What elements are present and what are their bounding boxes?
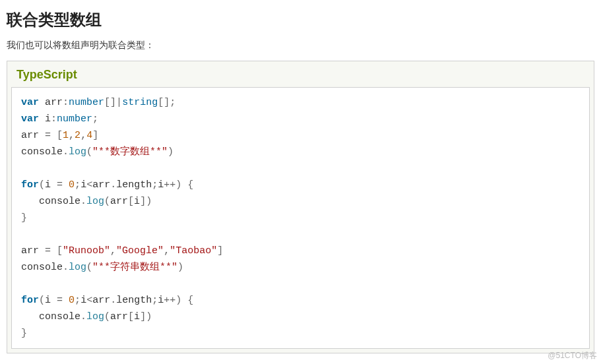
punct-comma: , [80,130,86,141]
op-equals: = [57,295,63,306]
identifier: arr [92,179,110,191]
identifier: i [134,311,140,322]
identifier: console [39,196,80,207]
type-number: number [57,113,92,125]
punct-comma: , [164,245,170,257]
punct-rbrace: } [21,212,27,224]
punct-lparen: ( [86,262,92,273]
identifier: length [116,295,152,306]
punct-comma: , [110,245,116,257]
punct-semicolon: ; [75,295,80,306]
identifier: arr [45,97,63,108]
number-literal: 0 [69,295,75,306]
identifier: i [134,196,140,207]
punct-dot: . [80,196,86,207]
punct-semicolon: ; [152,179,158,191]
string-literal: "Runoob" [63,245,110,257]
identifier: i [45,179,51,191]
punct-dot: . [110,295,116,306]
punct-dot: . [110,179,116,191]
punct-rparen: ) [175,179,181,191]
identifier: i [158,295,164,306]
punct-lbrace: { [187,179,193,191]
section-heading: 联合类型数组 [7,9,594,30]
identifier: arr [21,130,39,141]
op-lt: < [86,179,92,191]
punct-lparen: ( [104,196,110,207]
string-literal: "**数字数组**" [92,146,168,158]
punct-semicolon: ; [170,97,175,108]
code-block: var arr:number[]|string[]; var i:number;… [11,87,590,349]
punct-rparen: ) [175,295,181,306]
number-literal: 0 [69,179,75,191]
punct-colon: : [63,97,69,108]
identifier: console [21,262,63,273]
method-log: log [86,311,104,322]
punct-rparen: ) [168,146,174,158]
punct-rparen: ) [146,196,152,207]
punct-semicolon: ; [152,295,158,306]
string-literal: "**字符串数组**" [92,262,177,273]
punct-rparen: ) [146,311,152,322]
identifier: i [80,295,86,306]
section-description: 我们也可以将数组声明为联合类型： [7,40,594,51]
op-equals: = [45,130,51,141]
code-language-label: TypeScript [11,65,590,87]
punct-dot: . [63,146,69,158]
punct-rparen: ) [177,262,183,273]
punct-rbracket: ] [110,97,116,108]
string-literal: "Taobao" [170,245,217,257]
number-literal: 1 [63,130,69,141]
punct-lbracket: [ [57,245,63,257]
keyword-var: var [21,97,39,108]
punct-lparen: ( [104,311,110,322]
punct-lbracket: [ [158,97,164,108]
punct-semicolon: ; [75,179,80,191]
punct-lparen: ( [39,295,45,306]
op-equals: = [45,245,51,257]
punct-lbrace: { [187,295,193,306]
punct-rbracket: ] [140,311,146,322]
punct-rbracket: ] [164,97,170,108]
type-number: number [69,97,104,108]
identifier: length [116,179,152,191]
punct-rbracket: ] [92,130,98,141]
op-inc: ++ [164,179,175,191]
identifier: console [39,311,80,322]
punct-rbrace: } [21,328,27,339]
punct-lbracket: [ [128,196,134,207]
punct-dot: . [80,311,86,322]
number-literal: 4 [86,130,92,141]
number-literal: 2 [75,130,80,141]
punct-lbracket: [ [57,130,63,141]
identifier: console [21,146,63,158]
method-log: log [69,262,86,273]
type-string: string [122,97,158,108]
keyword-for: for [21,179,39,191]
op-pipe: | [116,97,122,108]
keyword-for: for [21,295,39,306]
punct-comma: , [69,130,75,141]
code-example-box: TypeScript var arr:number[]|string[]; va… [7,61,594,353]
identifier: i [45,295,51,306]
punct-lparen: ( [86,146,92,158]
identifier: i [80,179,86,191]
punct-lparen: ( [39,179,45,191]
punct-rbracket: ] [217,245,223,257]
punct-colon: : [51,113,57,125]
punct-lbracket: [ [104,97,110,108]
punct-lbracket: [ [128,311,134,322]
identifier: arr [110,196,128,207]
op-inc: ++ [164,295,175,306]
identifier: i [158,179,164,191]
keyword-var: var [21,113,39,125]
punct-rbracket: ] [140,196,146,207]
identifier: arr [21,245,39,257]
punct-dot: . [63,262,69,273]
op-equals: = [57,179,63,191]
identifier: arr [92,295,110,306]
string-literal: "Google" [116,245,164,257]
identifier: arr [110,311,128,322]
method-log: log [86,196,104,207]
identifier: i [45,113,51,125]
